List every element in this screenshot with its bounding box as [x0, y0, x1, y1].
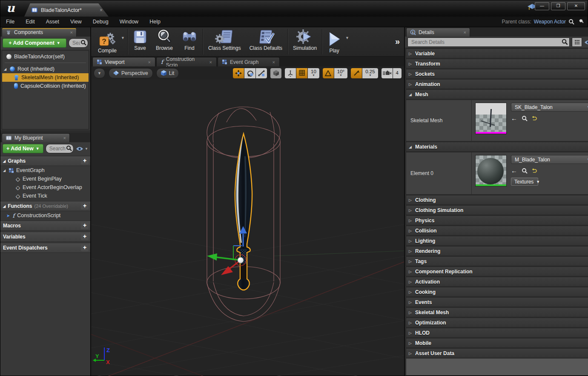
menu-file[interactable]: File: [0, 19, 20, 25]
tab-event-graph[interactable]: Event Graph ×: [218, 57, 280, 66]
menu-help[interactable]: Help: [144, 19, 166, 25]
asset-tab-close-icon[interactable]: ×: [100, 7, 103, 13]
material-asset-dropdown[interactable]: M_Blade_Talon▼: [511, 155, 588, 164]
details-section-mesh[interactable]: ◢Mesh: [406, 89, 588, 99]
reset-to-default-icon[interactable]: ⮌: [532, 168, 537, 174]
details-section-clothing-simulation[interactable]: ▷Clothing Simulation: [406, 205, 588, 215]
class-settings-button[interactable]: Class Settings: [204, 27, 245, 56]
details-section-tags[interactable]: ▷Tags: [406, 256, 588, 266]
construction-tab-close-icon[interactable]: ×: [209, 60, 212, 65]
window-maximize-button[interactable]: ❐: [551, 2, 565, 10]
rotation-snap-toggle-button[interactable]: [323, 68, 334, 78]
tree-item-self[interactable]: BladeTalonActor(self): [2, 52, 89, 61]
window-close-button[interactable]: ✕: [567, 2, 585, 10]
add-macro-button[interactable]: +: [81, 222, 89, 229]
details-section-physics[interactable]: ▷Physics: [406, 215, 588, 225]
menu-asset[interactable]: Asset: [40, 19, 65, 25]
details-section-activation[interactable]: ▷Activation: [406, 277, 588, 287]
event-dispatchers-section-header[interactable]: Event Dispatchers +: [0, 243, 90, 253]
browse-to-asset-icon[interactable]: [522, 115, 528, 121]
details-section-rendering[interactable]: ▷Rendering: [406, 246, 588, 256]
add-event-dispatcher-button[interactable]: +: [81, 244, 89, 251]
use-selected-asset-icon[interactable]: ←: [511, 115, 517, 121]
details-visibility-filter[interactable]: ▼: [584, 40, 588, 45]
surface-snap-button[interactable]: [285, 68, 296, 78]
tab-components[interactable]: Components ×: [2, 28, 77, 37]
toolbar-overflow-chevron[interactable]: »: [395, 37, 400, 46]
details-section-sockets[interactable]: ▷Sockets: [406, 69, 588, 79]
class-defaults-button[interactable]: Class Defaults: [245, 27, 287, 56]
asset-document-tab[interactable]: BladeTalonActor* ×: [24, 3, 109, 17]
details-search-input[interactable]: [408, 39, 569, 45]
details-section-asset-user-data[interactable]: ▷Asset User Data: [406, 348, 588, 358]
browse-button[interactable]: Browse: [152, 27, 177, 56]
menu-window[interactable]: Window: [114, 19, 144, 25]
details-section-lighting[interactable]: ▷Lighting: [406, 236, 588, 246]
viewport-3d[interactable]: Z Y X: [91, 80, 404, 376]
rotation-snap-value-dropdown[interactable]: 10°▼: [334, 68, 347, 78]
grid-snap-toggle-button[interactable]: [296, 68, 307, 78]
details-section-skeletal-mesh[interactable]: ▷Skeletal Mesh: [406, 307, 588, 317]
reset-to-default-icon[interactable]: ⮌: [532, 115, 537, 121]
functions-section-header[interactable]: ◢ Functions (24 Overridable) +: [0, 201, 90, 211]
menu-debug[interactable]: Debug: [87, 19, 114, 25]
use-selected-asset-icon[interactable]: ←: [511, 168, 517, 174]
skeletal-mesh-asset-dropdown[interactable]: SK_Blade_Talon▼: [511, 103, 588, 112]
event-beginplay-row[interactable]: ◇ Event BeginPlay: [0, 175, 90, 183]
tree-item-root[interactable]: ◢ Root (Inherited): [2, 65, 89, 73]
tab-my-blueprint[interactable]: My Blueprint ×: [2, 133, 70, 142]
macros-section-header[interactable]: Macros +: [0, 221, 90, 231]
viewport-options-button[interactable]: ▼: [94, 68, 105, 78]
translate-mode-button[interactable]: [233, 68, 244, 78]
graphs-section-header[interactable]: ◢ Graphs +: [0, 156, 90, 166]
edit-parent-class-wrench-icon[interactable]: [577, 19, 583, 25]
compile-button[interactable]: ? Compile: [94, 30, 121, 54]
rotate-mode-button[interactable]: [244, 68, 255, 78]
details-section-optimization[interactable]: ▷Optimization: [406, 318, 588, 327]
event-graph-tab-close-icon[interactable]: ×: [272, 60, 275, 65]
gizmo-y-axis-arrow[interactable]: [216, 257, 241, 260]
constructionscript-row[interactable]: ➤ f ConstructionScript: [0, 211, 90, 220]
compile-options-chevron-icon[interactable]: ▼: [121, 36, 125, 40]
find-parent-class-icon[interactable]: [568, 19, 574, 25]
details-section-mobile[interactable]: ▷Mobile: [406, 338, 588, 348]
lit-mode-button[interactable]: Lit: [156, 68, 179, 78]
browse-to-asset-icon[interactable]: [522, 168, 528, 174]
textures-dropdown-button[interactable]: Textures▼: [511, 178, 538, 186]
grid-snap-value-dropdown[interactable]: 10▼: [308, 68, 319, 78]
camera-speed-value[interactable]: 4: [393, 68, 402, 78]
details-section-animation[interactable]: ▷Animation: [406, 79, 588, 89]
add-component-button[interactable]: + Add Component▼: [3, 38, 66, 48]
scale-mode-button[interactable]: [256, 68, 267, 78]
event-actorbeginoverlap-row[interactable]: ◇ Event ActorBeginOverlap: [0, 183, 90, 192]
my-blueprint-tab-close-icon[interactable]: ×: [63, 135, 66, 141]
play-options-chevron-icon[interactable]: ▼: [345, 36, 349, 40]
tab-construction-script[interactable]: f Construction Scrip ×: [156, 57, 217, 66]
details-section-component-replication[interactable]: ▷Component Replication: [406, 267, 588, 276]
details-section-materials[interactable]: ◢Materials: [406, 142, 588, 152]
parent-class-link[interactable]: Weapon Actor: [534, 19, 566, 25]
details-section-variable[interactable]: ▷Variable: [406, 49, 588, 58]
gizmo-center-handle[interactable]: [238, 257, 244, 263]
perspective-button[interactable]: Perspective: [109, 68, 153, 78]
find-button[interactable]: Find: [177, 27, 202, 56]
eventgraph-row[interactable]: ◢ EventGraph: [0, 166, 90, 175]
event-tick-row[interactable]: ◇ Event Tick: [0, 192, 90, 200]
add-function-button[interactable]: +: [81, 203, 89, 210]
expand-arrow-icon[interactable]: ◢: [3, 169, 6, 172]
details-section-clothing[interactable]: ▷Clothing: [406, 195, 588, 205]
details-section-transform[interactable]: ▷Transform: [406, 59, 588, 69]
details-section-collision[interactable]: ▷Collision: [406, 226, 588, 235]
play-button[interactable]: Play: [323, 30, 345, 54]
add-new-button[interactable]: + Add New▼: [3, 144, 43, 153]
save-button[interactable]: Save: [129, 27, 152, 56]
tab-details[interactable]: i Details ×: [406, 28, 470, 37]
camera-speed-button[interactable]: [381, 68, 393, 78]
tree-item-capsulecollision[interactable]: CapsuleCollision (Inherited): [2, 82, 89, 90]
viewport-canvas[interactable]: Z Y X: [91, 80, 404, 376]
add-variable-button[interactable]: +: [81, 233, 89, 240]
tree-item-skeletalmesh[interactable]: SkeletalMesh (Inherited): [2, 73, 89, 82]
details-tab-close-icon[interactable]: ×: [464, 30, 466, 35]
scale-snap-value-dropdown[interactable]: 0.25▼: [362, 68, 378, 78]
details-section-hlod[interactable]: ▷HLOD: [406, 328, 588, 338]
